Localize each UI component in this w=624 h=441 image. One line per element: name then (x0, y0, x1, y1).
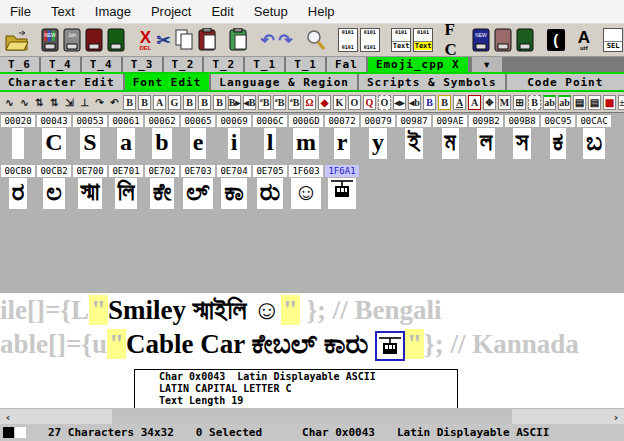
doc-tab-0[interactable]: T_6 (0, 57, 39, 72)
grid-cell-00069[interactable]: 00069i (216, 115, 252, 159)
menu-edit[interactable]: Edit (201, 1, 243, 22)
text-preview-area[interactable]: ile[]={L"Smiley স্মাইলি ☺" }; // Bengali… (0, 293, 624, 408)
diamond-icon[interactable]: ◆ (318, 95, 331, 110)
font-red-icon[interactable] (84, 27, 104, 53)
wave-1-icon[interactable]: ∿ (3, 95, 16, 110)
select-doc-icon[interactable]: SEL (603, 27, 623, 53)
grid-cell-00020[interactable]: 00020 (0, 115, 36, 163)
small-ab-3-icon[interactable]: ªB (288, 95, 301, 110)
rotate-cw-icon[interactable]: ↷ (93, 95, 106, 110)
style-a-icon[interactable]: A (153, 95, 166, 110)
tab-overflow-button[interactable]: ▼ (472, 57, 502, 72)
grid-cell-0006D[interactable]: 0006Dm (288, 115, 324, 159)
cut-icon[interactable]: ✂ (155, 27, 171, 53)
bold-3-icon[interactable]: B (183, 95, 196, 110)
grid-cell-0E701[interactable]: 0E701লি (108, 165, 144, 209)
small-ab-2-icon[interactable]: ªB (273, 95, 286, 110)
grid-cell-00987[interactable]: 00987ই (396, 115, 432, 159)
k-icon[interactable]: K (333, 95, 346, 110)
bracket-glyph-icon[interactable]: ( (547, 27, 565, 53)
grid-cell-00065[interactable]: 00065e (180, 115, 216, 159)
open-file-icon[interactable] (5, 27, 29, 53)
font-save-green-icon[interactable] (515, 27, 535, 53)
m-icon[interactable]: M (498, 95, 511, 110)
grid-cell-009B2[interactable]: 009B2ল (468, 115, 504, 159)
paste-special-icon[interactable] (228, 27, 248, 53)
mode-tab-code-point[interactable]: Code Point (507, 74, 624, 90)
menu-setup[interactable]: Setup (244, 1, 298, 22)
zoom-icon[interactable] (305, 27, 327, 53)
background-color-swatch[interactable] (15, 427, 26, 438)
menu-image[interactable]: Image (85, 1, 141, 22)
binary-view-icon[interactable]: 01010101 (338, 27, 358, 53)
binary-view-2-icon[interactable]: 01010101 (360, 27, 380, 53)
blue-b-icon[interactable]: B (423, 95, 436, 110)
table-2-icon[interactable]: ▤ (588, 95, 601, 110)
doc-tab-6[interactable]: T_1 (245, 57, 284, 72)
vshift-2-icon[interactable]: ⇅ (48, 95, 61, 110)
grid-cell-0006C[interactable]: 0006Cl (252, 115, 288, 159)
grid-cell-0E703[interactable]: 0E703ಲ್ (180, 165, 216, 209)
move-icon[interactable]: ✥ (483, 95, 496, 110)
plusminus-icon[interactable]: ±2 (618, 95, 624, 110)
rotate-ccw-icon[interactable]: ↶ (108, 95, 121, 110)
doc-tab-2[interactable]: T_4 (82, 57, 121, 72)
grid-cell-00079[interactable]: 00079y (360, 115, 396, 159)
grid-cell-00CAC[interactable]: 00CACಬ (576, 115, 612, 159)
mode-tab-character-edit[interactable]: Character Edit (0, 74, 123, 90)
grid-cell-00072[interactable]: 00072r (324, 115, 360, 159)
new-font-blue-icon[interactable]: NEW (471, 27, 491, 53)
font-copy-red-icon[interactable] (493, 27, 513, 53)
doc-tab-4[interactable]: T_2 (164, 57, 203, 72)
mode-tab-language-region[interactable]: Language & Region (211, 74, 357, 90)
small-ab-1-icon[interactable]: ªB (258, 95, 271, 110)
dash-b-icon[interactable]: B (528, 95, 541, 110)
menu-help[interactable]: Help (298, 1, 345, 22)
doc-tab-8[interactable]: Fal (327, 57, 366, 72)
grid-cell-1F603[interactable]: 1F603☺ (288, 165, 324, 209)
text-view-icon[interactable]: 0101Text (391, 27, 411, 53)
ab-green-1-icon[interactable]: ab (543, 95, 556, 110)
redo-icon[interactable]: ↷ (278, 27, 294, 53)
red-a-icon[interactable]: A (468, 95, 481, 110)
scroll-right-arrow[interactable]: › (608, 409, 624, 425)
doc-tab-3[interactable]: T_3 (123, 57, 162, 72)
bold-4-icon[interactable]: B (198, 95, 211, 110)
table-1-icon[interactable]: ▤ (573, 95, 586, 110)
width-icon[interactable]: ◂▸ (393, 95, 406, 110)
bold-1-icon[interactable]: B (123, 95, 136, 110)
grid-cell-00CB2[interactable]: 00CB2ಲ (36, 165, 72, 209)
font-green-icon[interactable] (106, 27, 126, 53)
shift-left-icon[interactable]: ◂B (243, 95, 256, 110)
tram-icon[interactable] (375, 331, 405, 361)
foreground-color-swatch[interactable] (3, 427, 14, 438)
ab-green-2-icon[interactable]: ab (558, 95, 571, 110)
grid-cell-0E700[interactable]: 0E700স্মা (72, 165, 108, 209)
mode-tab-font-edit[interactable]: Font Edit (125, 74, 210, 90)
text-view-active-icon[interactable]: 0101Text (413, 27, 433, 53)
doc-tab-5[interactable]: T_2 (204, 57, 243, 72)
grid-cell-009B8[interactable]: 009B8স (504, 115, 540, 159)
menu-project[interactable]: Project (141, 1, 201, 22)
undo-icon[interactable]: ↶ (260, 27, 276, 53)
grid-cell-00CB0[interactable]: 00CB0ರ (0, 165, 36, 209)
grid-cell-00C95[interactable]: 00C95ಕ (540, 115, 576, 159)
mode-tab-scripts-symbols[interactable]: Scripts & Symbols (359, 74, 505, 90)
grid-cell-0E702[interactable]: 0E702ಕೇ (144, 165, 180, 209)
paste-icon[interactable] (197, 27, 217, 53)
q-icon[interactable]: Q (363, 95, 376, 110)
grid-cell-0E704[interactable]: 0E704ಕಾ (216, 165, 252, 209)
bold-5-icon[interactable]: B (213, 95, 226, 110)
new-font-stripes-icon[interactable]: NEW (40, 27, 60, 53)
bold-2-icon[interactable]: B (138, 95, 151, 110)
doc-tab-9[interactable]: Emoji_cpp X (368, 57, 468, 72)
grid-b-icon[interactable]: ⊞ (513, 95, 526, 110)
gold-b-icon[interactable]: B (438, 95, 451, 110)
scrollbar-thumb[interactable] (112, 409, 512, 425)
style-g-icon[interactable]: G (168, 95, 181, 110)
baseline-icon[interactable]: ⊥ (78, 95, 91, 110)
menu-text[interactable]: Text (41, 1, 85, 22)
grid-cell-00053[interactable]: 00053S (72, 115, 108, 159)
omega-icon[interactable]: Ω (303, 95, 316, 110)
font-info-icon[interactable]: Joh (62, 27, 82, 53)
